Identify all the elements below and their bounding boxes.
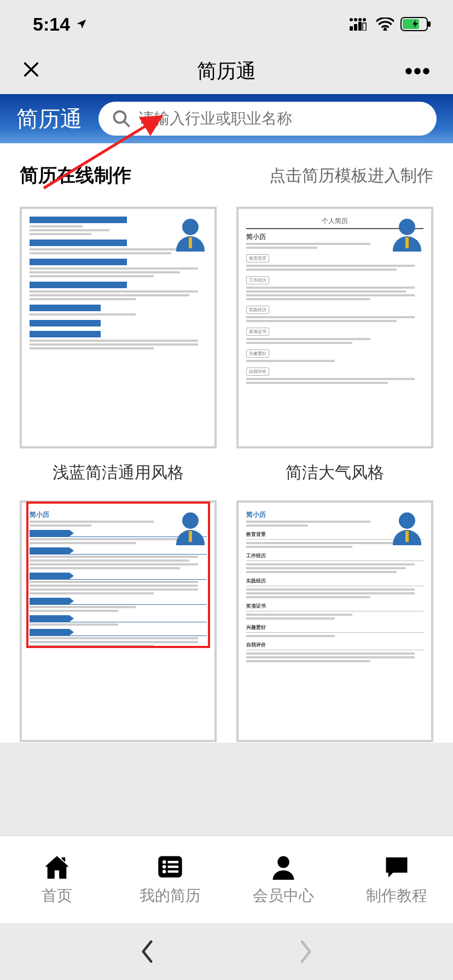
tab-home[interactable]: 首页 bbox=[0, 836, 113, 923]
tab-active[interactable]: 简历在线制作 bbox=[20, 163, 131, 188]
search-icon bbox=[112, 109, 131, 129]
svg-point-15 bbox=[162, 860, 166, 864]
svg-rect-7 bbox=[363, 23, 366, 31]
back-icon[interactable] bbox=[139, 940, 155, 964]
status-time-wrap: 5:14 bbox=[33, 14, 88, 35]
svg-point-17 bbox=[162, 865, 166, 868]
tab-my-resumes[interactable]: 我的简历 bbox=[113, 836, 226, 923]
signal-icon bbox=[349, 18, 370, 31]
tab-hint: 点击简历模板进入制作 bbox=[269, 165, 433, 187]
forward-icon[interactable] bbox=[298, 940, 314, 964]
app-header: 简历通 bbox=[0, 94, 453, 143]
svg-rect-16 bbox=[167, 861, 178, 863]
template-card[interactable]: 个人简历 简小历 教育背景 工作经历 实践经历 奖项证书 兴趣爱好 自我评价 简… bbox=[236, 207, 433, 484]
search-bar[interactable] bbox=[98, 102, 437, 136]
template-caption: 浅蓝简洁通用风格 bbox=[53, 462, 184, 484]
close-icon[interactable] bbox=[22, 60, 40, 82]
more-icon[interactable]: ••• bbox=[405, 60, 431, 82]
template-thumb: 简小历 bbox=[20, 500, 217, 742]
template-card[interactable]: 简小历 bbox=[20, 500, 217, 742]
tab-member[interactable]: 会员中心 bbox=[226, 836, 340, 923]
avatar-icon bbox=[176, 219, 205, 252]
system-nav bbox=[0, 923, 453, 980]
svg-point-1 bbox=[354, 18, 357, 21]
main-content: 简历在线制作 点击简历模板进入制作 浅蓝简洁通用风格 个人简历 简小历 bbox=[0, 143, 453, 743]
template-grid: 浅蓝简洁通用风格 个人简历 简小历 教育背景 工作经历 实践经历 奖项证书 兴趣… bbox=[20, 207, 433, 742]
svg-rect-6 bbox=[358, 22, 362, 31]
template-card[interactable]: 简小历 教育背景 工作经历 实践经历 奖项证书 兴趣爱好 自我评价 bbox=[236, 500, 433, 742]
svg-point-2 bbox=[358, 18, 362, 21]
svg-rect-20 bbox=[167, 870, 178, 872]
svg-rect-5 bbox=[354, 24, 357, 31]
section-header: 简历在线制作 点击简历模板进入制作 bbox=[20, 163, 433, 188]
template-thumb: 简小历 教育背景 工作经历 实践经历 奖项证书 兴趣爱好 自我评价 bbox=[236, 500, 433, 742]
battery-icon bbox=[400, 17, 431, 31]
svg-point-8 bbox=[384, 27, 386, 30]
svg-rect-4 bbox=[350, 26, 353, 31]
template-thumb bbox=[20, 207, 217, 448]
person-icon bbox=[269, 854, 298, 880]
svg-point-3 bbox=[363, 18, 366, 21]
svg-point-21 bbox=[277, 856, 289, 868]
svg-rect-18 bbox=[167, 865, 178, 867]
chat-icon bbox=[382, 854, 411, 880]
avatar-icon bbox=[176, 512, 205, 545]
svg-point-19 bbox=[162, 870, 166, 873]
wifi-icon bbox=[376, 18, 394, 31]
search-input[interactable] bbox=[139, 110, 423, 127]
home-icon bbox=[43, 854, 71, 880]
template-caption: 简洁大气风格 bbox=[286, 462, 384, 484]
mini-program-nav: 简历通 ••• bbox=[0, 48, 453, 94]
svg-point-0 bbox=[350, 18, 353, 21]
tab-label: 制作教程 bbox=[366, 885, 427, 906]
tab-label: 我的简历 bbox=[140, 885, 201, 906]
status-icons bbox=[349, 17, 431, 31]
page-title: 简历通 bbox=[197, 58, 256, 85]
avatar-icon bbox=[393, 512, 421, 545]
status-time: 5:14 bbox=[33, 14, 70, 35]
avatar-icon bbox=[393, 219, 421, 252]
tab-tutorial[interactable]: 制作教程 bbox=[340, 836, 453, 923]
bottom-tab-bar: 首页 我的简历 会员中心 制作教程 bbox=[0, 836, 453, 923]
list-icon bbox=[156, 854, 184, 880]
status-bar: 5:14 bbox=[0, 0, 453, 48]
tab-label: 首页 bbox=[42, 885, 72, 906]
template-thumb: 个人简历 简小历 教育背景 工作经历 实践经历 奖项证书 兴趣爱好 自我评价 bbox=[236, 207, 433, 448]
svg-rect-10 bbox=[428, 21, 431, 27]
brand-name: 简历通 bbox=[16, 104, 82, 134]
tab-label: 会员中心 bbox=[253, 885, 314, 906]
template-card[interactable]: 浅蓝简洁通用风格 bbox=[20, 207, 217, 484]
location-icon bbox=[76, 18, 88, 30]
